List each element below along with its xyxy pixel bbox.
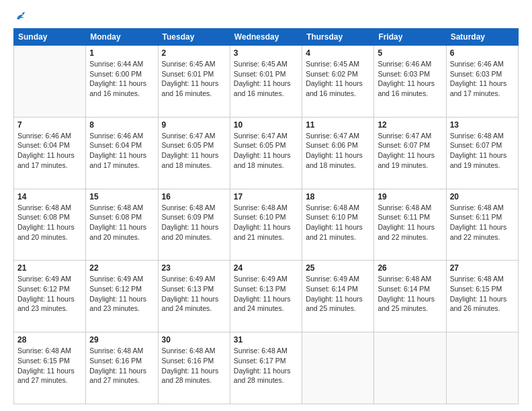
calendar-week-row: 28Sunrise: 6:48 AM Sunset: 6:15 PM Dayli… — [14, 332, 519, 404]
table-row: 7Sunrise: 6:46 AM Sunset: 6:04 PM Daylig… — [14, 117, 86, 189]
day-number: 31 — [234, 335, 298, 345]
table-row: 22Sunrise: 6:49 AM Sunset: 6:12 PM Dayli… — [86, 261, 158, 332]
logo-bird-icon — [15, 11, 27, 23]
day-number: 20 — [450, 192, 515, 201]
day-info: Sunrise: 6:49 AM Sunset: 6:13 PM Dayligh… — [162, 274, 226, 314]
table-row: 31Sunrise: 6:48 AM Sunset: 6:17 PM Dayli… — [230, 332, 302, 404]
day-info: Sunrise: 6:49 AM Sunset: 6:12 PM Dayligh… — [89, 274, 154, 314]
table-row: 20Sunrise: 6:48 AM Sunset: 6:11 PM Dayli… — [446, 189, 518, 261]
table-row: 23Sunrise: 6:49 AM Sunset: 6:13 PM Dayli… — [158, 261, 230, 332]
day-info: Sunrise: 6:48 AM Sunset: 6:15 PM Dayligh… — [17, 346, 82, 385]
calendar-header-row: Sunday Monday Tuesday Wednesday Thursday… — [14, 29, 519, 46]
day-number: 15 — [89, 192, 154, 201]
calendar-week-row: 7Sunrise: 6:46 AM Sunset: 6:04 PM Daylig… — [14, 117, 519, 189]
day-number: 2 — [162, 48, 226, 58]
day-info: Sunrise: 6:46 AM Sunset: 6:04 PM Dayligh… — [89, 131, 154, 171]
col-monday: Monday — [86, 29, 158, 46]
day-number: 22 — [89, 263, 154, 273]
day-number: 9 — [162, 120, 226, 130]
day-number: 11 — [306, 120, 370, 130]
day-info: Sunrise: 6:46 AM Sunset: 6:03 PM Dayligh… — [450, 59, 515, 99]
page: Sunday Monday Tuesday Wednesday Thursday… — [0, 0, 532, 411]
day-number: 12 — [378, 120, 442, 130]
table-row: 2Sunrise: 6:45 AM Sunset: 6:01 PM Daylig… — [158, 46, 230, 118]
day-info: Sunrise: 6:49 AM Sunset: 6:14 PM Dayligh… — [306, 274, 370, 314]
day-number: 1 — [89, 48, 154, 58]
day-number: 7 — [17, 120, 82, 130]
table-row: 18Sunrise: 6:48 AM Sunset: 6:10 PM Dayli… — [302, 189, 374, 261]
day-info: Sunrise: 6:45 AM Sunset: 6:02 PM Dayligh… — [306, 59, 370, 99]
day-number: 6 — [450, 48, 515, 58]
day-info: Sunrise: 6:48 AM Sunset: 6:07 PM Dayligh… — [450, 131, 515, 171]
table-row — [302, 332, 374, 404]
table-row: 21Sunrise: 6:49 AM Sunset: 6:12 PM Dayli… — [14, 261, 86, 332]
calendar-week-row: 1Sunrise: 6:44 AM Sunset: 6:00 PM Daylig… — [14, 46, 519, 118]
day-number: 30 — [162, 335, 226, 345]
table-row: 29Sunrise: 6:48 AM Sunset: 6:16 PM Dayli… — [86, 332, 158, 404]
day-number: 27 — [450, 263, 515, 273]
day-info: Sunrise: 6:48 AM Sunset: 6:14 PM Dayligh… — [378, 274, 442, 314]
day-info: Sunrise: 6:48 AM Sunset: 6:17 PM Dayligh… — [234, 346, 298, 385]
table-row: 17Sunrise: 6:48 AM Sunset: 6:10 PM Dayli… — [230, 189, 302, 261]
day-number: 24 — [234, 263, 298, 273]
day-info: Sunrise: 6:48 AM Sunset: 6:08 PM Dayligh… — [89, 203, 154, 242]
day-info: Sunrise: 6:49 AM Sunset: 6:13 PM Dayligh… — [234, 274, 298, 314]
day-info: Sunrise: 6:48 AM Sunset: 6:16 PM Dayligh… — [89, 346, 154, 385]
calendar-week-row: 14Sunrise: 6:48 AM Sunset: 6:08 PM Dayli… — [14, 189, 519, 261]
table-row: 30Sunrise: 6:48 AM Sunset: 6:16 PM Dayli… — [158, 332, 230, 404]
day-info: Sunrise: 6:47 AM Sunset: 6:06 PM Dayligh… — [306, 131, 370, 171]
day-info: Sunrise: 6:48 AM Sunset: 6:15 PM Dayligh… — [450, 274, 515, 314]
table-row: 8Sunrise: 6:46 AM Sunset: 6:04 PM Daylig… — [86, 117, 158, 189]
day-number: 5 — [378, 48, 442, 58]
col-tuesday: Tuesday — [158, 29, 230, 46]
table-row: 25Sunrise: 6:49 AM Sunset: 6:14 PM Dayli… — [302, 261, 374, 332]
header — [13, 11, 519, 23]
day-info: Sunrise: 6:44 AM Sunset: 6:00 PM Dayligh… — [89, 59, 154, 99]
day-info: Sunrise: 6:47 AM Sunset: 6:07 PM Dayligh… — [378, 131, 442, 171]
day-info: Sunrise: 6:48 AM Sunset: 6:11 PM Dayligh… — [450, 203, 515, 242]
col-sunday: Sunday — [14, 29, 86, 46]
col-saturday: Saturday — [446, 29, 518, 46]
day-info: Sunrise: 6:45 AM Sunset: 6:01 PM Dayligh… — [234, 59, 298, 99]
day-info: Sunrise: 6:47 AM Sunset: 6:05 PM Dayligh… — [162, 131, 226, 171]
day-number: 18 — [306, 192, 370, 201]
table-row: 14Sunrise: 6:48 AM Sunset: 6:08 PM Dayli… — [14, 189, 86, 261]
day-info: Sunrise: 6:49 AM Sunset: 6:12 PM Dayligh… — [17, 274, 82, 314]
table-row: 15Sunrise: 6:48 AM Sunset: 6:08 PM Dayli… — [86, 189, 158, 261]
table-row: 10Sunrise: 6:47 AM Sunset: 6:05 PM Dayli… — [230, 117, 302, 189]
day-number: 4 — [306, 48, 370, 58]
day-number: 25 — [306, 263, 370, 273]
day-info: Sunrise: 6:46 AM Sunset: 6:04 PM Dayligh… — [17, 131, 82, 171]
day-info: Sunrise: 6:48 AM Sunset: 6:09 PM Dayligh… — [162, 203, 226, 242]
table-row: 11Sunrise: 6:47 AM Sunset: 6:06 PM Dayli… — [302, 117, 374, 189]
table-row: 9Sunrise: 6:47 AM Sunset: 6:05 PM Daylig… — [158, 117, 230, 189]
table-row: 13Sunrise: 6:48 AM Sunset: 6:07 PM Dayli… — [446, 117, 518, 189]
col-friday: Friday — [374, 29, 446, 46]
day-info: Sunrise: 6:48 AM Sunset: 6:16 PM Dayligh… — [162, 346, 226, 385]
day-number: 23 — [162, 263, 226, 273]
day-number: 14 — [17, 192, 82, 201]
table-row: 28Sunrise: 6:48 AM Sunset: 6:15 PM Dayli… — [14, 332, 86, 404]
col-wednesday: Wednesday — [230, 29, 302, 46]
logo — [13, 11, 27, 23]
col-thursday: Thursday — [302, 29, 374, 46]
day-number: 28 — [17, 335, 82, 345]
day-number: 21 — [17, 263, 82, 273]
table-row: 12Sunrise: 6:47 AM Sunset: 6:07 PM Dayli… — [374, 117, 446, 189]
day-number: 29 — [89, 335, 154, 345]
calendar-week-row: 21Sunrise: 6:49 AM Sunset: 6:12 PM Dayli… — [14, 261, 519, 332]
calendar-table: Sunday Monday Tuesday Wednesday Thursday… — [13, 28, 519, 404]
table-row: 19Sunrise: 6:48 AM Sunset: 6:11 PM Dayli… — [374, 189, 446, 261]
day-number: 17 — [234, 192, 298, 201]
day-number: 8 — [89, 120, 154, 130]
day-number: 19 — [378, 192, 442, 201]
table-row: 26Sunrise: 6:48 AM Sunset: 6:14 PM Dayli… — [374, 261, 446, 332]
table-row — [14, 46, 86, 118]
table-row: 27Sunrise: 6:48 AM Sunset: 6:15 PM Dayli… — [446, 261, 518, 332]
day-info: Sunrise: 6:45 AM Sunset: 6:01 PM Dayligh… — [162, 59, 226, 99]
table-row: 3Sunrise: 6:45 AM Sunset: 6:01 PM Daylig… — [230, 46, 302, 118]
day-info: Sunrise: 6:48 AM Sunset: 6:08 PM Dayligh… — [17, 203, 82, 242]
day-number: 16 — [162, 192, 226, 201]
day-info: Sunrise: 6:48 AM Sunset: 6:11 PM Dayligh… — [378, 203, 442, 242]
table-row — [446, 332, 518, 404]
